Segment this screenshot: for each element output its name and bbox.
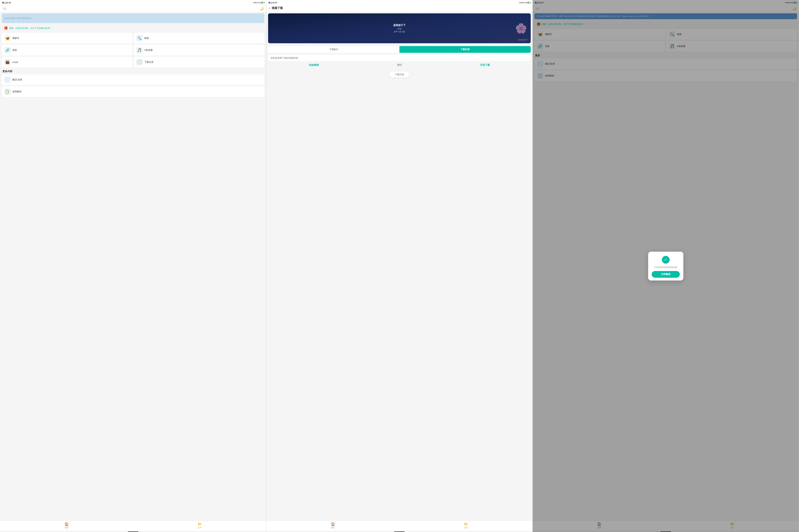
nav-file-1[interactable]: 📁 文件 bbox=[133, 522, 266, 529]
grid-menu-1: 🦋 视频号 🔍 嗅探 🔗 直链 🎵 D音批量 🎬 m3u8 🕐 下载记录 bbox=[0, 32, 266, 69]
nav-file-2[interactable]: 📁 文件 bbox=[399, 522, 532, 529]
status-time-1: 晚上10:34 bbox=[2, 1, 11, 4]
home-icon-2: 🏠 bbox=[331, 522, 335, 526]
bottom-nav-1: 🏠 首页 📁 文件 bbox=[0, 521, 266, 531]
grid-item-sousuo[interactable]: 🔍 嗅探 bbox=[134, 33, 265, 43]
download-complete-area: 下载完成 bbox=[268, 72, 531, 78]
moon-icon[interactable]: 🌙 bbox=[259, 6, 264, 11]
signal-2: 5G bbox=[525, 2, 527, 3]
dialog-message: 已检测到您复制的链接 bbox=[654, 266, 677, 269]
sousuo-icon: 🔍 bbox=[136, 35, 143, 41]
tutorial-label-1: 使用教程 bbox=[12, 90, 21, 93]
m3u8-icon: 🎬 bbox=[4, 59, 11, 65]
grid-item-weixin[interactable]: 🦋 视频号 bbox=[2, 33, 132, 43]
grid-label-history: 下载记录 bbox=[144, 60, 153, 64]
list-item-feedback-1[interactable]: ✉️ 建议/反馈 bbox=[2, 74, 265, 85]
nav-home-label-1: 首页 bbox=[65, 527, 68, 529]
panel-2: 晚上10:37 172K/s 5G ‹ 视频下载 🌸 是我放不下 (伴奏) 女声… bbox=[266, 0, 533, 532]
status-time-2: 晚上10:37 bbox=[269, 1, 277, 4]
notice-bar-1: 🎁 提醒：出现任何问题，点击下方的建议/反馈！ bbox=[2, 25, 265, 31]
nav-file-label-2: 文件 bbox=[464, 527, 468, 529]
video-thumbnail: 🌸 是我放不下 (伴奏) 女声 | 苏小棠 我依然放不下 bbox=[268, 13, 531, 43]
history-icon: 🕐 bbox=[136, 59, 143, 65]
grid-item-m3u8[interactable]: 🎬 m3u8 bbox=[2, 57, 132, 68]
grid-item-zhilian[interactable]: 🔗 直链 bbox=[2, 45, 132, 55]
dialog-box: ✓ 已检测到您复制的链接 立即解析 bbox=[648, 252, 683, 281]
video-subtitle: (伴奏) bbox=[397, 27, 402, 30]
home-icon-1: 🏠 bbox=[65, 522, 69, 526]
paste-btn[interactable]: 粘贴链接 bbox=[309, 63, 319, 66]
tab-row-2: 下载配乐 下载封面 bbox=[268, 46, 531, 53]
video-watermark: 我依然放不下 bbox=[518, 39, 529, 41]
complete-chip[interactable]: 下载完成 bbox=[389, 72, 409, 78]
file-icon-2: 📁 bbox=[464, 522, 468, 526]
speed-2: 172K/s bbox=[519, 2, 524, 3]
tab-music[interactable]: 下载配乐 bbox=[268, 46, 399, 53]
zhilian-icon: 🔗 bbox=[4, 47, 11, 53]
url-input-2[interactable] bbox=[268, 55, 531, 61]
grid-label-m3u8: m3u8 bbox=[12, 61, 18, 63]
start-download-btn[interactable]: 开始下载 bbox=[480, 63, 490, 66]
grid-label-zhilian: 直链 bbox=[12, 49, 17, 52]
feedback-label-1: 建议/反馈 bbox=[12, 78, 22, 81]
status-right-1: 4.6K/s 5G bbox=[253, 2, 264, 3]
status-right-2: 172K/s 5G bbox=[519, 2, 530, 3]
panel-1: 晚上10:34 4.6K/s 5G ☁️ 🌙 请粘贴需要下载的视频链接 🎁 提醒… bbox=[0, 0, 266, 532]
nav-home-2[interactable]: 🏠 首页 bbox=[266, 522, 399, 529]
grid-label-weixin: 视频号 bbox=[12, 37, 19, 40]
url-input-area-1[interactable]: 请粘贴需要下载的视频链接 bbox=[2, 13, 265, 23]
weixin-icon: 🦋 bbox=[4, 35, 11, 41]
back-button-2[interactable]: ‹ bbox=[269, 6, 270, 10]
video-info: 是我放不下 (伴奏) 女声 | 苏小棠 bbox=[268, 13, 531, 43]
battery-1 bbox=[261, 2, 264, 3]
dialog-overlay: ✓ 已检测到您复制的链接 立即解析 bbox=[533, 0, 799, 532]
status-bar-1: 晚上10:34 4.6K/s 5G bbox=[0, 0, 266, 5]
url-placeholder-1: 请粘贴需要下载的视频链接 bbox=[4, 17, 31, 20]
tab-cover[interactable]: 下载封面 bbox=[399, 46, 531, 53]
list-item-tutorial-1[interactable]: 📋 使用教程 bbox=[2, 87, 265, 97]
gift-icon-1: 🎁 bbox=[4, 26, 8, 30]
grid-item-history[interactable]: 🕐 下载记录 bbox=[134, 57, 265, 68]
grid-label-sousuo: 嗅探 bbox=[144, 37, 149, 40]
signal-1: 5G bbox=[258, 2, 260, 3]
panel-3: 晚上10:37 17.6K/s 5G ☁️ 🌙 0.23 pQk/ 复制打开抖音… bbox=[533, 0, 799, 532]
top-bar-1: ☁️ 🌙 bbox=[0, 5, 266, 12]
video-singer: 女声 | 苏小棠 bbox=[394, 31, 405, 33]
video-title: 是我放不下 bbox=[393, 24, 405, 27]
nav-file-label-1: 文件 bbox=[198, 527, 201, 529]
status-bar-2: 晚上10:37 172K/s 5G bbox=[266, 0, 532, 5]
dialog-parse-btn[interactable]: 立即解析 bbox=[652, 271, 680, 278]
page-header-2: ‹ 视频下载 bbox=[266, 5, 532, 12]
file-icon-1: 📁 bbox=[198, 522, 202, 526]
notice-text-1[interactable]: 提醒：出现任何问题，点击下方的建议/反馈！ bbox=[9, 27, 52, 30]
speed-1: 4.6K/s bbox=[253, 2, 258, 3]
nav-home-label-2: 首页 bbox=[331, 527, 334, 529]
nav-home-1[interactable]: 🏠 首页 bbox=[0, 522, 133, 529]
dialog-check-icon: ✓ bbox=[662, 256, 670, 264]
grid-label-music: D音批量 bbox=[144, 49, 153, 52]
tutorial-icon-1: 📋 bbox=[4, 89, 11, 95]
more-title-1: 更多内容 bbox=[0, 69, 266, 74]
action-row-2: 粘贴链接 清空 开始下载 bbox=[268, 62, 531, 68]
bottom-nav-2: 🏠 首页 📁 文件 bbox=[266, 521, 532, 531]
cloud-icon[interactable]: ☁️ bbox=[2, 6, 7, 11]
clear-btn[interactable]: 清空 bbox=[397, 63, 402, 66]
page-title-2: 视频下载 bbox=[272, 6, 283, 10]
music-icon: 🎵 bbox=[136, 47, 143, 53]
feedback-icon-1: ✉️ bbox=[4, 76, 11, 83]
grid-item-music[interactable]: 🎵 D音批量 bbox=[134, 45, 265, 55]
